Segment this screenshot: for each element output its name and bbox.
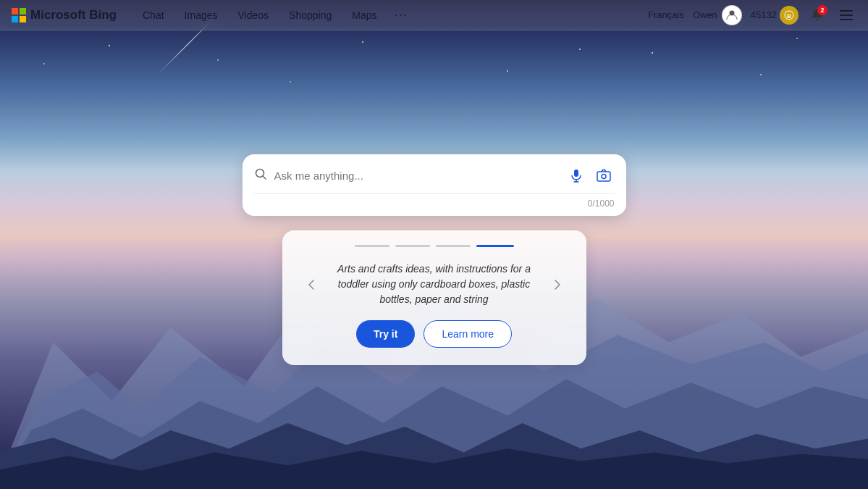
nav-videos[interactable]: Videos [229, 5, 278, 25]
dot-3[interactable] [436, 245, 471, 247]
carousel-dots [300, 245, 569, 247]
menu-line-2 [840, 14, 853, 16]
suggestions-card: Arts and crafts ideas, with instructions… [282, 230, 586, 365]
menu-line-1 [840, 10, 853, 12]
svg-point-14 [602, 175, 606, 179]
search-divider [254, 193, 615, 194]
brand-name: Microsoft Bing [30, 8, 117, 22]
svg-text:B: B [787, 13, 791, 20]
svg-rect-10 [574, 170, 578, 177]
points-icon: B [780, 6, 799, 25]
suggestion-text: Arts and crafts ideas, with instructions… [332, 262, 537, 307]
navbar: Microsoft Bing Chat Images Videos Shoppi… [0, 0, 868, 30]
main-nav: Chat Images Videos Shopping Maps ··· [134, 5, 648, 25]
search-actions [565, 164, 615, 186]
char-count: 0/1000 [254, 198, 615, 209]
camera-icon [596, 167, 612, 183]
suggestion-buttons: Try it Learn more [300, 320, 569, 348]
nav-more-button[interactable]: ··· [388, 6, 413, 25]
prev-suggestion-button[interactable] [300, 273, 323, 296]
main-content: 0/1000 Arts and crafts ideas, with instr… [0, 30, 868, 489]
notifications-button[interactable]: 2 [807, 5, 827, 25]
points-count: 45132 [751, 9, 777, 20]
navbar-right: Français Owen 45132 B [648, 5, 856, 25]
menu-line-3 [840, 19, 853, 20]
dot-1[interactable] [355, 245, 389, 247]
nav-maps[interactable]: Maps [343, 5, 385, 25]
chevron-left-icon [304, 277, 319, 292]
svg-line-9 [263, 176, 266, 179]
camera-button[interactable] [593, 164, 615, 186]
search-input-row [254, 164, 615, 186]
nav-chat[interactable]: Chat [134, 5, 173, 25]
brand-logo[interactable]: Microsoft Bing [12, 8, 117, 22]
user-avatar [722, 5, 742, 25]
points-section[interactable]: 45132 B [751, 6, 799, 25]
user-name: Owen [693, 9, 717, 20]
try-it-button[interactable]: Try it [356, 320, 415, 348]
chevron-right-icon [550, 277, 565, 292]
dot-2[interactable] [395, 245, 430, 247]
search-input[interactable] [274, 170, 558, 182]
hamburger-menu-button[interactable] [836, 5, 856, 25]
microsoft-logo-icon [12, 8, 26, 22]
nav-images[interactable]: Images [176, 5, 227, 25]
learn-more-button[interactable]: Learn more [424, 320, 512, 348]
dot-4[interactable] [476, 245, 514, 247]
search-icon [254, 167, 267, 183]
nav-shopping[interactable]: Shopping [280, 5, 340, 25]
microphone-button[interactable] [565, 164, 587, 186]
microphone-icon [569, 168, 583, 183]
language-selector[interactable]: Français [648, 9, 684, 20]
notification-badge: 2 [817, 5, 827, 15]
suggestion-nav: Arts and crafts ideas, with instructions… [300, 262, 569, 307]
next-suggestion-button[interactable] [546, 273, 569, 296]
svg-rect-13 [597, 172, 610, 181]
user-section[interactable]: Owen [693, 5, 742, 25]
search-container: 0/1000 [243, 154, 626, 216]
